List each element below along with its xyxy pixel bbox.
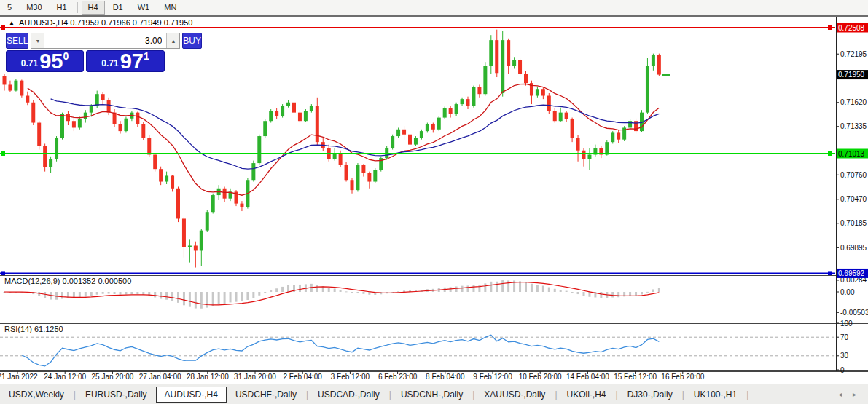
chart-tab-usdx-weekly[interactable]: USDX,Weekly: [0, 387, 73, 403]
candle-body: [634, 121, 638, 131]
tab-scroll-arrows[interactable]: ◂ ▸: [838, 390, 868, 398]
macd-histogram-bar: [171, 292, 173, 301]
rsi-scale-label: 70: [840, 333, 849, 341]
tab-divider: |: [746, 389, 749, 400]
chart-tab-eurusd-daily[interactable]: EURUSD-,Daily: [77, 387, 156, 403]
macd-histogram-bar: [230, 292, 232, 302]
buy-price-pips: 97: [120, 51, 144, 71]
buy-button[interactable]: BUY: [182, 33, 202, 49]
macd-histogram-bar: [577, 292, 579, 294]
time-tick-label: 28 Jan 12:00: [187, 373, 229, 381]
chart-tab-audusd-h4[interactable]: AUDUSD-,H4: [156, 387, 227, 403]
candle-body: [391, 136, 394, 148]
symbol-marker-icon: ▲: [9, 20, 15, 26]
macd-histogram-bar: [356, 292, 359, 293]
price-tick-label: 0.70760: [840, 171, 867, 179]
macd-histogram-bar: [206, 292, 208, 308]
chart-ohlc-header: ▲ AUDUSD-,H4 0.71959 0.71966 0.71949 0.7…: [9, 18, 192, 27]
chart-tab-bar: USDX,Weekly|EURUSD-,DailyAUDUSD-,H4USDCH…: [0, 384, 868, 404]
candle-body: [339, 153, 343, 165]
volume-decrease-button[interactable]: ▼: [31, 33, 44, 48]
candle-body: [449, 108, 453, 114]
sell-button[interactable]: SELL: [6, 33, 28, 49]
time-tick-label: 9 Feb 12:00: [473, 373, 512, 381]
candle-body: [396, 130, 400, 136]
time-tick-label: 8 Feb 04:00: [426, 373, 465, 381]
time-tick-label: 27 Jan 04:00: [139, 373, 181, 381]
candle-body: [361, 165, 365, 173]
candle-body: [565, 113, 568, 119]
rsi-label: RSI(14) 61.1250: [4, 325, 63, 333]
candle-body: [518, 60, 522, 74]
chart-tab-usdcad-daily[interactable]: USDCAD-,Daily: [309, 387, 388, 403]
candle-body: [316, 106, 319, 142]
macd-histogram-bar: [340, 290, 342, 292]
time-tick-label: 15 Feb 12:00: [614, 373, 657, 381]
candle-body: [628, 121, 632, 127]
hline-left-handle[interactable]: [1, 25, 5, 30]
macd-histogram-bar: [455, 286, 458, 292]
macd-histogram-bar: [600, 292, 602, 298]
candle-body: [657, 55, 661, 75]
candle-body: [587, 155, 591, 159]
hline-left-handle[interactable]: [1, 271, 5, 275]
candle-body: [43, 146, 47, 167]
candle-body: [501, 40, 504, 93]
macd-histogram-bar: [246, 292, 249, 300]
macd-histogram-bar: [328, 288, 330, 292]
chart-tab-ukoil-h4[interactable]: UKOil-,H4: [558, 387, 615, 403]
macd-histogram-bar: [345, 291, 348, 292]
macd-histogram-bar: [90, 292, 93, 296]
macd-histogram-bar: [160, 292, 162, 299]
candle-body: [119, 124, 122, 131]
price-axis[interactable]: [836, 17, 868, 371]
volume-input[interactable]: [44, 33, 166, 48]
macd-histogram-bar: [96, 292, 98, 295]
hline-right-handle[interactable]: [828, 271, 832, 275]
macd-histogram-bar: [571, 292, 574, 293]
macd-histogram-bar: [496, 282, 498, 292]
trading-platform-window: 5M30H1H4D1W1MN 0.721950.716200.713350.70…: [0, 0, 868, 404]
rsi-scale-label: 30: [840, 352, 849, 360]
candle-body: [477, 87, 481, 94]
candle-body: [495, 40, 498, 73]
time-tick-label: 14 Feb 04:00: [566, 373, 609, 381]
hline-right-handle[interactable]: [828, 25, 832, 30]
buy-price-button[interactable]: 0.71 97 1: [86, 50, 165, 72]
chart-tab-dj30-daily[interactable]: DJ30-,Daily: [619, 387, 681, 403]
chart-tab-xauusd-daily[interactable]: XAUUSD-,Daily: [475, 387, 554, 403]
time-tick-label: 24 Jan 12:00: [44, 373, 86, 381]
chart-tab-usdchf-daily[interactable]: USDCHF-,Daily: [227, 387, 305, 403]
candle-body: [240, 204, 243, 207]
chart-tab-uk100-h1[interactable]: UK100-,H1: [685, 387, 746, 403]
candle-body: [420, 131, 423, 138]
time-tick-label: 2 Feb 04:00: [284, 373, 323, 381]
macd-histogram-bar: [368, 292, 370, 295]
chart-tab-usdcnh-daily[interactable]: USDCNH-,Daily: [392, 387, 472, 403]
time-tick-label: 16 Feb 20:00: [661, 373, 704, 381]
candle-body: [617, 132, 620, 139]
candle-body: [547, 96, 551, 111]
candle-body: [194, 245, 198, 250]
hline-left-handle[interactable]: [1, 151, 5, 156]
macd-histogram-bar: [38, 292, 40, 296]
macd-histogram-bar: [316, 285, 318, 292]
macd-histogram-bar: [519, 281, 521, 292]
candle-body: [281, 106, 284, 116]
candle-body: [171, 175, 174, 188]
candle-body: [113, 113, 117, 124]
hline-right-handle[interactable]: [828, 151, 832, 156]
candle-body: [31, 103, 35, 123]
candle-body: [310, 106, 313, 111]
candle-body: [263, 121, 267, 136]
macd-histogram-bar: [235, 292, 238, 302]
candle-body: [286, 103, 290, 106]
candle-body: [26, 96, 29, 103]
arrow-down-icon: ▼: [35, 39, 40, 44]
rsi-pane[interactable]: [0, 323, 836, 370]
candle-body: [101, 94, 105, 100]
sell-price-button[interactable]: 0.71 95 0: [6, 50, 84, 72]
volume-increase-button[interactable]: ▲: [166, 33, 179, 48]
macd-histogram-bar: [588, 292, 590, 297]
macd-histogram-bar: [275, 288, 278, 292]
